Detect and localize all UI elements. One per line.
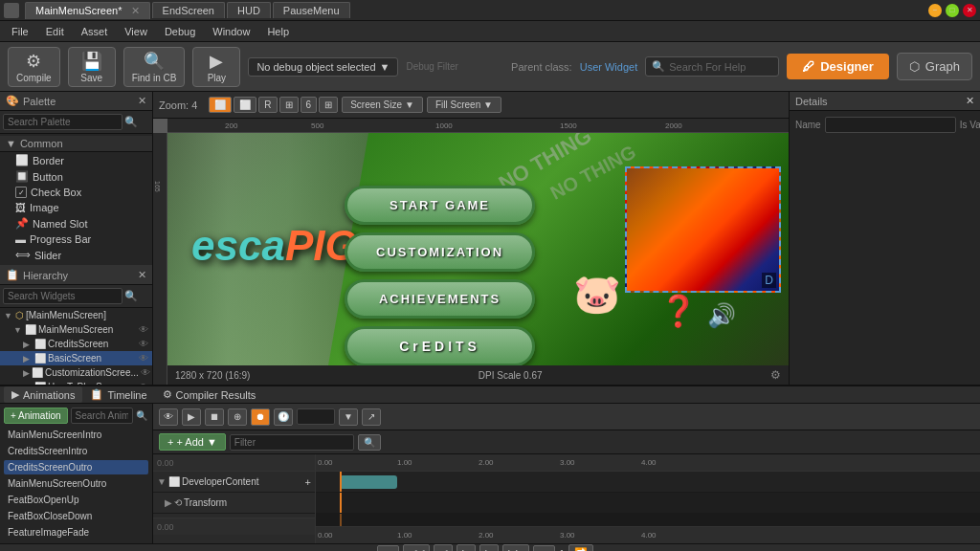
name-input[interactable]: [825, 117, 956, 133]
visibility-icon-4[interactable]: 👁: [141, 367, 150, 378]
details-close-icon[interactable]: ✕: [966, 95, 974, 107]
hier-item-basicscreen[interactable]: ▶ ⬜ BasicScreen 👁: [0, 351, 152, 365]
designer-button[interactable]: 🖊 Designer: [787, 54, 889, 79]
find-in-cb-button[interactable]: 🔍 Find in CB: [123, 47, 186, 87]
add-track-button[interactable]: + + Add ▼: [159, 433, 226, 451]
hier-item-mainmenuscreen-root[interactable]: ▼ ⬡ [MainMenuScreen]: [0, 308, 152, 322]
compile-button[interactable]: ⚙ Compile: [8, 47, 60, 87]
graph-button[interactable]: ⬡ Graph: [897, 53, 972, 80]
achievements-btn[interactable]: ACHIEVEMENTS: [345, 279, 535, 319]
pb-next-frame-btn[interactable]: ▷▷: [502, 544, 529, 551]
debug-filter-dropdown[interactable]: No debug object selected ▼: [248, 57, 398, 77]
palette-item-progress-bar[interactable]: ▬ Progress Bar: [0, 231, 152, 247]
canvas-settings-icon[interactable]: ⚙: [770, 368, 781, 382]
pb-prev-frame-btn[interactable]: ◁◁: [403, 544, 430, 551]
menu-view[interactable]: View: [117, 24, 155, 39]
customization-btn[interactable]: CUSTOMIZATION: [345, 232, 535, 272]
visibility-icon-5[interactable]: 👁: [139, 382, 148, 385]
filter-search-icon[interactable]: 🔍: [358, 434, 381, 451]
bottom-tab-timeline[interactable]: 📋 Timeline: [82, 386, 154, 403]
tab-close-0[interactable]: ✕: [131, 5, 140, 16]
track-add-btn-1[interactable]: +: [305, 476, 311, 488]
track-row-transform[interactable]: ▶ ⟲ Transform: [153, 493, 315, 514]
track-1-keyframes[interactable]: [316, 472, 980, 493]
palette-item-button[interactable]: 🔲 Button: [0, 168, 152, 185]
user-widget-link[interactable]: User Widget: [580, 61, 638, 73]
help-search[interactable]: 🔍 Search For Help: [645, 56, 779, 77]
visibility-icon-2[interactable]: 👁: [139, 339, 148, 349]
bottom-tab-compiler[interactable]: ⚙ Compiler Results: [155, 386, 264, 403]
tab-end-screen[interactable]: EndScreen: [152, 2, 225, 18]
add-animation-button[interactable]: + Animation: [4, 408, 68, 424]
palette-item-border[interactable]: ⬜ Border: [0, 152, 152, 168]
canvas-viewport[interactable]: 200 500 1000 1500 2000 165: [153, 119, 789, 385]
tl-arrow-btn[interactable]: ↗: [362, 408, 381, 426]
hier-item-customization[interactable]: ▶ ⬜ CustomizationScree... 👁: [0, 365, 152, 380]
pb-loop-btn[interactable]: 🔁: [568, 544, 593, 551]
palette-search-input[interactable]: [3, 114, 122, 130]
image-widget[interactable]: D: [625, 166, 781, 293]
hier-item-creditsscreen[interactable]: ▶ ⬜ CreditsScreen 👁: [0, 337, 152, 351]
menu-edit[interactable]: Edit: [38, 24, 72, 39]
track-filter-input[interactable]: [230, 434, 354, 451]
canvas-tool-1[interactable]: ⬜: [209, 97, 232, 113]
palette-item-image[interactable]: 🖼 Image: [0, 200, 152, 215]
question-mark-icon[interactable]: ❓: [659, 293, 698, 329]
canvas-r-btn[interactable]: R: [258, 97, 277, 113]
bottom-tab-animations[interactable]: ▶ Animations: [4, 386, 82, 403]
canvas-snap-btn[interactable]: ⊞: [279, 97, 299, 113]
hierarchy-close-icon[interactable]: ✕: [138, 269, 146, 281]
pb-next-btn[interactable]: ▷: [479, 544, 499, 551]
close-button[interactable]: ✕: [963, 4, 976, 17]
track-row-developer-content[interactable]: ▼ ⬜ DeveloperContent +: [153, 472, 315, 493]
tl-dropdown-btn[interactable]: ▼: [339, 408, 358, 426]
play-button[interactable]: ▶ Play: [192, 47, 240, 87]
hier-item-mainmenuscreen[interactable]: ▼ ⬜ MainMenuScreen 👁: [0, 322, 152, 337]
save-button[interactable]: 💾 Save: [68, 47, 116, 87]
canvas-num-btn[interactable]: 6: [301, 97, 318, 113]
anim-item-1[interactable]: CreditsScreenIntro: [4, 444, 148, 458]
tl-clock-btn[interactable]: 🕐: [274, 408, 293, 426]
tab-main-menu-screen[interactable]: MainMenuScreen* ✕: [25, 2, 150, 19]
anim-item-3[interactable]: MainMenuScreenOutro: [4, 476, 148, 491]
menu-debug[interactable]: Debug: [157, 24, 203, 39]
start-game-btn[interactable]: START GAME: [345, 186, 535, 225]
tl-play-btn[interactable]: ▶: [182, 408, 201, 426]
palette-item-slider[interactable]: ⟺ Slider: [0, 247, 152, 263]
anim-item-2[interactable]: CreditsScreenOutro: [4, 460, 148, 474]
tl-move-btn[interactable]: ⊕: [228, 408, 247, 426]
timeline-time-input[interactable]: 0.05: [297, 408, 335, 425]
pb-prev-btn[interactable]: ◁: [434, 544, 453, 551]
canvas-grid-btn[interactable]: ⊞: [319, 97, 338, 113]
fill-screen-dropdown[interactable]: Fill Screen ▼: [427, 97, 501, 113]
timeline-track-area[interactable]: 0.00 1.00 2.00 3.00 4.00: [316, 454, 980, 543]
menu-asset[interactable]: Asset: [74, 24, 116, 39]
anim-item-5[interactable]: FeatBoxCloseDown: [4, 509, 148, 523]
tl-stop-btn[interactable]: ⏹: [205, 408, 224, 426]
palette-close-icon[interactable]: ✕: [138, 95, 146, 107]
credits-btn[interactable]: CrEDITS: [345, 326, 535, 365]
menu-window[interactable]: Window: [205, 24, 257, 39]
tab-pause-menu[interactable]: PauseMenu: [273, 2, 350, 18]
sound-icon[interactable]: 🔊: [707, 302, 736, 329]
visibility-icon-1[interactable]: 👁: [139, 324, 148, 335]
animations-search-input[interactable]: [71, 408, 133, 424]
maximize-button[interactable]: □: [946, 4, 959, 17]
tl-record-btn[interactable]: ⏺: [251, 408, 270, 426]
canvas-tool-2[interactable]: ⬜: [234, 97, 256, 113]
tl-view-btn[interactable]: 👁: [159, 408, 178, 426]
palette-item-checkbox[interactable]: ✓ Check Box: [0, 185, 152, 200]
pb-to-end-btn[interactable]: ⏭: [533, 545, 555, 552]
anim-item-6[interactable]: FeatureImageFade: [4, 525, 148, 540]
visibility-icon-3[interactable]: 👁: [139, 353, 148, 364]
pb-to-start-btn[interactable]: ⏮: [377, 545, 399, 552]
anim-item-0[interactable]: MainMenuScreenIntro: [4, 428, 148, 442]
hier-item-howtoplay[interactable]: ▶ ⬜ HowToPlayScreen 👁: [0, 380, 152, 385]
menu-file[interactable]: File: [4, 24, 36, 39]
keyframe-block-1[interactable]: [340, 475, 397, 489]
tab-hud[interactable]: HUD: [227, 2, 271, 18]
minimize-button[interactable]: −: [928, 4, 942, 17]
timeline-empty-area[interactable]: [316, 514, 980, 526]
screen-size-dropdown[interactable]: Screen Size ▼: [342, 97, 423, 113]
hierarchy-search-input[interactable]: [3, 288, 122, 304]
